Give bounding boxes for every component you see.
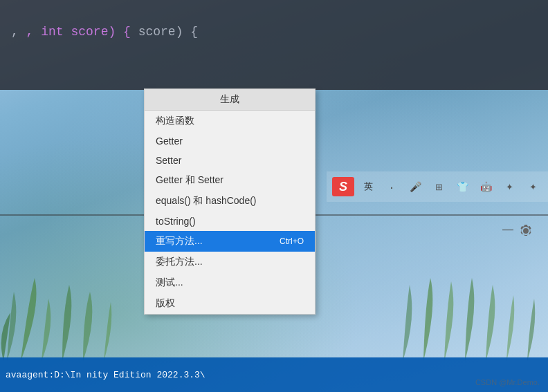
minus-button[interactable]: — (501, 223, 515, 236)
code-comma: , (11, 25, 26, 39)
menu-item-delegate-label: 委托方法... (156, 256, 203, 268)
code-line-1: , , int score) { score) { (11, 7, 537, 43)
code-keyword-int: , int score) { (26, 25, 131, 39)
menu-item-equals-hashcode[interactable]: equals() 和 hashCode() (145, 191, 315, 212)
toolbar-grid-icon[interactable]: ⊞ (429, 177, 448, 196)
code-editor-area: , , int score) { score) { (0, 0, 548, 90)
bottom-text: avaagent:D:\In nity Edition 2022.3.3\ (6, 370, 206, 380)
context-menu: 生成 构造函数 Getter Setter Getter 和 Setter eq… (144, 88, 316, 315)
menu-item-delegate[interactable]: 委托方法... (145, 252, 315, 272)
menu-item-override[interactable]: 重写方法... Ctrl+O (145, 231, 315, 252)
menu-item-constructor[interactable]: 构造函数 (145, 111, 315, 131)
menu-item-copyright-label: 版权 (156, 297, 175, 310)
code-rest: score) { (131, 25, 198, 39)
gear-icon (518, 223, 533, 239)
toolbar-s-icon[interactable]: S (332, 177, 354, 196)
menu-item-setter-label: Setter (156, 155, 181, 166)
watermark: CSDN @Mr.Demo. (475, 378, 540, 386)
gear-button[interactable] (515, 220, 537, 242)
menu-item-tostring[interactable]: toString() (145, 212, 315, 231)
menu-item-equals-hashcode-label: equals() 和 hashCode() (156, 195, 257, 207)
toolbar-shirt-icon[interactable]: 👕 (453, 177, 472, 196)
menu-item-test-label: 测试... (156, 277, 183, 289)
menu-item-getter-setter[interactable]: Getter 和 Setter (145, 170, 315, 191)
menu-item-setter[interactable]: Setter (145, 151, 315, 170)
gear-area (515, 220, 537, 242)
menu-item-getter[interactable]: Getter (145, 131, 315, 151)
menu-item-override-label: 重写方法... (156, 235, 203, 248)
menu-item-copyright[interactable]: 版权 (145, 293, 315, 314)
menu-item-getter-label: Getter (156, 136, 183, 147)
menu-item-getter-setter-label: Getter 和 Setter (156, 174, 223, 187)
toolbar-lang-icon[interactable]: 英 (358, 177, 378, 196)
bottom-bar: avaagent:D:\In nity Edition 2022.3.3\ (0, 357, 548, 392)
menu-item-override-shortcut: Ctrl+O (280, 236, 304, 246)
menu-item-test[interactable]: 测试... (145, 272, 315, 293)
toolbar-star2-icon[interactable]: ✦ (523, 177, 542, 196)
toolbar-mic-icon[interactable]: 🎤 (405, 177, 425, 196)
menu-item-constructor-label: 构造函数 (156, 115, 194, 127)
toolbar-star1-icon[interactable]: ✦ (500, 177, 519, 196)
toolbar-dot-icon[interactable]: · (382, 177, 401, 196)
toolbar-robot-icon[interactable]: 🤖 (476, 177, 495, 196)
menu-header: 生成 (145, 89, 315, 111)
menu-item-tostring-label: toString() (156, 216, 196, 227)
toolbar-area: S 英 · 🎤 ⊞ 👕 🤖 ✦ ✦ (327, 171, 548, 202)
